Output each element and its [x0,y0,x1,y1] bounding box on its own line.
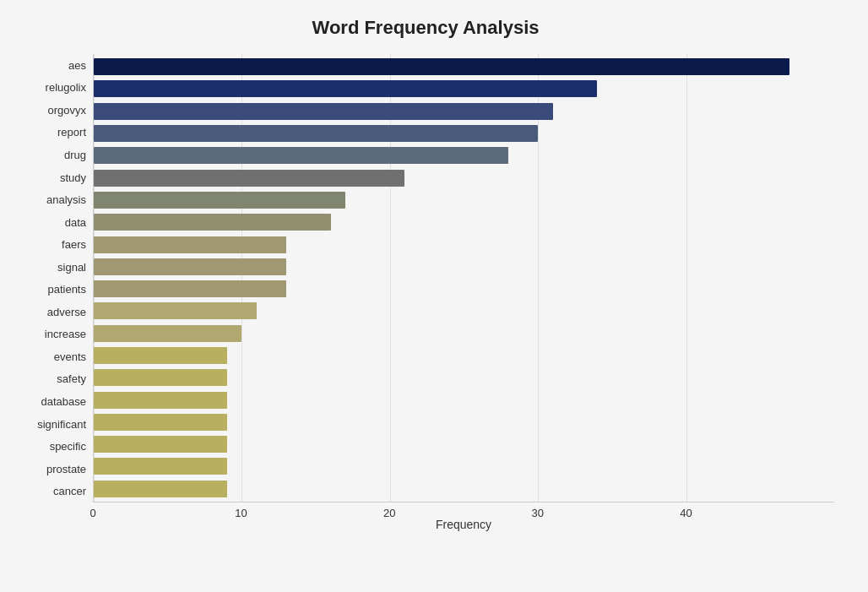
bar [94,147,508,164]
y-label: increase [17,323,86,346]
bar [94,392,227,409]
bar [94,280,286,297]
bar-row [94,122,834,144]
bar [94,436,227,453]
bar-row [94,211,834,233]
bar-row [94,478,834,500]
bar [94,302,257,319]
bar-row [94,100,834,122]
y-label: cancer [17,480,86,502]
bar-row [94,278,834,300]
bar-row [94,189,834,211]
x-axis-label: Frequency [93,518,834,531]
bars-inner [94,54,834,502]
y-axis: aesrelugolixorgovyxreportdrugstudyanalys… [17,54,93,528]
bar [94,170,404,187]
bar-row [94,144,834,166]
chart-container: Word Frequency Analysis aesrelugolixorgo… [0,0,868,592]
y-label: faers [17,233,86,256]
bar [94,414,227,431]
bar [94,192,345,209]
bar [94,258,286,275]
y-label: patients [17,278,86,301]
y-label: report [17,122,86,144]
bar-row [94,300,834,322]
bar-row [94,411,834,433]
bar [94,347,227,364]
bar-row [94,56,834,78]
bar [94,481,227,497]
bar [94,236,286,253]
bar [94,58,789,75]
bar-row [94,167,834,189]
bar-row [94,367,834,388]
bar [94,369,227,386]
bar-row [94,323,834,345]
chart-area: aesrelugolixorgovyxreportdrugstudyanalys… [17,54,834,528]
y-label: orgovyx [17,99,86,122]
bar-row [94,78,834,100]
bars-and-xaxis: 010203040 Frequency [93,54,834,528]
y-label: adverse [17,301,86,323]
bar-row [94,256,834,278]
y-label: relugolix [17,77,86,100]
bar-row [94,389,834,411]
y-label: significant [17,413,86,436]
bar [94,80,597,97]
bar-row [94,433,834,455]
chart-title: Word Frequency Analysis [17,17,834,39]
y-label: specific [17,435,86,458]
bar-row [94,345,834,367]
y-label: database [17,390,86,413]
y-label: study [17,166,86,189]
y-label: signal [17,256,86,279]
x-axis: 010203040 Frequency [93,502,834,528]
y-label: events [17,345,86,368]
bar [94,103,553,120]
y-label: prostate [17,458,86,481]
y-label: aes [17,54,86,77]
y-label: safety [17,368,86,391]
y-label: data [17,211,86,234]
bar-row [94,455,834,477]
bar [94,125,538,142]
y-label: analysis [17,188,86,211]
bar-row [94,234,834,256]
bar [94,325,241,342]
bar [94,458,227,475]
bar [94,214,331,231]
bars-area [93,54,834,502]
y-label: drug [17,144,86,166]
